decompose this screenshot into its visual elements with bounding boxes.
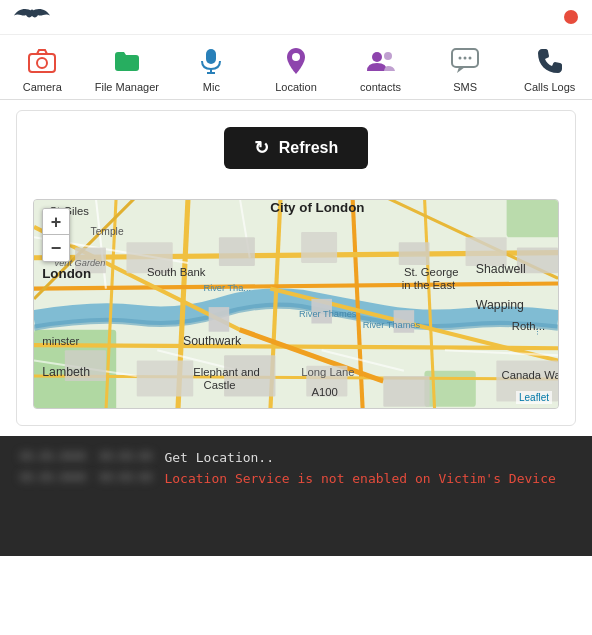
console-timestamp-1: 00.00.0000 00:00:00 (20, 450, 152, 463)
svg-text:Lambeth: Lambeth (42, 365, 90, 379)
map-zoom-controls: + − (42, 208, 70, 262)
svg-text:Long Lane: Long Lane (301, 366, 354, 378)
svg-text:minster: minster (42, 335, 79, 347)
nav-item-calls-logs[interactable]: Calls Logs (515, 43, 585, 93)
contacts-label: contacts (360, 81, 401, 93)
svg-text:St. George: St. George (404, 266, 459, 278)
file-manager-icon (109, 43, 145, 79)
calls-logs-label: Calls Logs (524, 81, 575, 93)
svg-text:Wapping: Wapping (476, 298, 524, 312)
svg-text:Southwark: Southwark (183, 334, 242, 348)
calls-logs-icon (532, 43, 568, 79)
svg-point-8 (384, 52, 392, 60)
svg-text:River Thames: River Thames (363, 320, 421, 330)
svg-text:River Tha...: River Tha... (204, 283, 252, 293)
navigation-bar: Camera File Manager Mic Location (0, 35, 592, 100)
console-text-1: Get Location.. (164, 450, 274, 465)
svg-text:South Bank: South Bank (147, 266, 206, 278)
zoom-out-button[interactable]: − (43, 235, 69, 261)
svg-rect-16 (507, 200, 558, 237)
nav-item-sms[interactable]: SMS (430, 43, 500, 93)
svg-text:Temple: Temple (91, 226, 124, 237)
svg-rect-1 (29, 54, 55, 72)
status-indicator (564, 10, 578, 24)
svg-point-10 (459, 57, 462, 60)
zoom-in-button[interactable]: + (43, 209, 69, 235)
console-timestamp-2: 00.00.0000 00:00:00 (20, 471, 152, 484)
svg-point-6 (292, 53, 300, 61)
svg-text:City of London: City of London (270, 200, 364, 215)
location-card: ↻ Refresh (16, 110, 576, 426)
sms-label: SMS (453, 81, 477, 93)
file-manager-label: File Manager (95, 81, 159, 93)
svg-rect-46 (399, 242, 430, 265)
svg-text:Castle: Castle (204, 379, 236, 391)
nav-item-camera[interactable]: Camera (7, 43, 77, 93)
console-line-2: 00.00.0000 00:00:00 Location Service is … (20, 471, 572, 486)
nav-item-mic[interactable]: Mic (176, 43, 246, 93)
location-label: Location (275, 81, 317, 93)
app-header (0, 0, 592, 35)
nav-item-contacts[interactable]: contacts (346, 43, 416, 93)
camera-label: Camera (23, 81, 62, 93)
svg-text:River Thames: River Thames (299, 309, 357, 319)
refresh-icon: ↻ (254, 137, 269, 159)
map-attribution[interactable]: Leaflet (516, 391, 552, 404)
svg-rect-45 (301, 232, 337, 263)
console-text-2: Location Service is not enabled on Victi… (164, 471, 555, 486)
console-panel: 00.00.0000 00:00:00 Get Location.. 00.00… (0, 436, 592, 556)
svg-point-2 (37, 58, 47, 68)
nav-item-location[interactable]: Location (261, 43, 331, 93)
svg-rect-53 (383, 376, 429, 407)
camera-icon (24, 43, 60, 79)
svg-point-7 (372, 52, 382, 62)
svg-text:...: ... (535, 328, 545, 336)
refresh-label: Refresh (279, 139, 339, 157)
svg-point-0 (30, 10, 34, 14)
contacts-icon (363, 43, 399, 79)
svg-text:Canada Wat...: Canada Wat... (501, 369, 558, 381)
mic-icon (193, 43, 229, 79)
svg-point-11 (464, 57, 467, 60)
svg-rect-44 (219, 237, 255, 266)
nav-item-file-manager[interactable]: File Manager (92, 43, 162, 93)
svg-rect-50 (137, 361, 194, 397)
svg-text:in the East: in the East (402, 279, 456, 291)
console-line-1: 00.00.0000 00:00:00 Get Location.. (20, 450, 572, 465)
refresh-button[interactable]: ↻ Refresh (224, 127, 369, 169)
svg-text:A100: A100 (311, 386, 337, 398)
svg-text:Shadwell: Shadwell (476, 262, 526, 276)
svg-text:Elephant and: Elephant and (193, 366, 260, 378)
map-container: St Giles City of London Temple London St… (33, 199, 559, 409)
mic-label: Mic (203, 81, 220, 93)
svg-text:London: London (42, 266, 91, 281)
svg-point-12 (469, 57, 472, 60)
logo-icon (14, 6, 50, 28)
sms-icon (447, 43, 483, 79)
svg-rect-32 (209, 307, 230, 332)
location-icon (278, 43, 314, 79)
svg-rect-3 (206, 49, 216, 64)
